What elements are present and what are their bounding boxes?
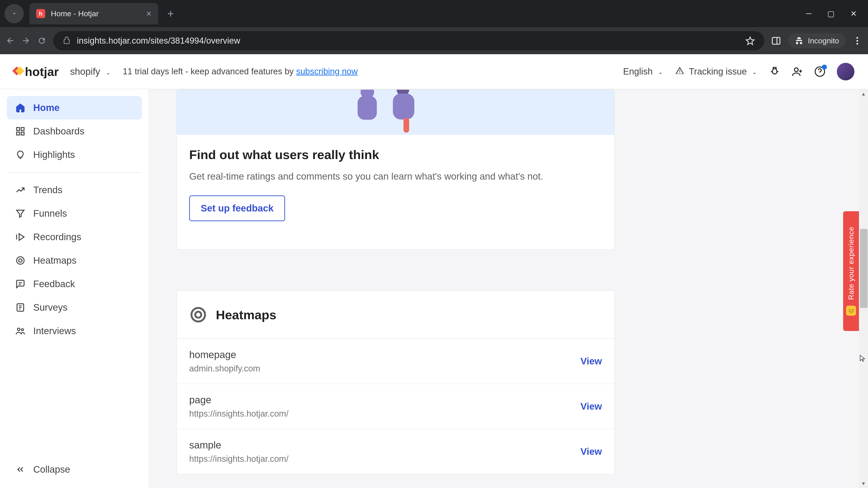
svg-point-15 bbox=[22, 329, 24, 331]
svg-point-12 bbox=[19, 259, 22, 262]
heatmap-row: sample https://insights.hotjar.com/ View bbox=[177, 429, 614, 474]
sidebar-item-surveys[interactable]: Surveys bbox=[7, 296, 142, 319]
site-settings-icon[interactable] bbox=[62, 36, 71, 45]
svg-point-14 bbox=[18, 328, 20, 330]
warning-icon bbox=[675, 66, 684, 77]
surveys-icon bbox=[16, 302, 25, 313]
url-field[interactable]: insights.hotjar.com/sites/3814994/overvi… bbox=[53, 31, 764, 51]
invite-user-icon[interactable] bbox=[792, 66, 803, 77]
sidebar-item-label: Home bbox=[33, 102, 60, 113]
sidebar-item-highlights[interactable]: Highlights bbox=[7, 143, 142, 166]
app-body: Home Dashboards Highlights Trends Funnel… bbox=[0, 89, 868, 488]
heatmaps-icon bbox=[16, 256, 25, 265]
sidebar-item-home[interactable]: Home bbox=[7, 96, 142, 120]
sidebar-item-funnels[interactable]: Funnels bbox=[7, 202, 142, 225]
svg-rect-7 bbox=[17, 128, 20, 131]
svg-point-4 bbox=[857, 43, 858, 44]
sidebar-item-label: Trends bbox=[33, 185, 62, 195]
browser-menu-icon[interactable] bbox=[852, 36, 862, 46]
browser-tab[interactable]: h Home - Hotjar × bbox=[29, 3, 158, 24]
tab-title: Home - Hotjar bbox=[51, 9, 99, 18]
heatmap-name: sample bbox=[189, 440, 288, 451]
app-root: hotjar shopify 11 trial days left - keep… bbox=[0, 54, 868, 488]
trial-text: 11 trial days left - keep advanced featu… bbox=[123, 67, 296, 76]
scrollbar[interactable]: ▴ ▾ bbox=[859, 89, 868, 488]
svg-point-17 bbox=[195, 312, 202, 318]
illustration-icon bbox=[348, 90, 443, 135]
help-icon[interactable] bbox=[814, 66, 826, 77]
sidebar-item-label: Interviews bbox=[33, 326, 76, 336]
sidebar-item-label: Surveys bbox=[33, 302, 68, 313]
sidebar-item-recordings[interactable]: Recordings bbox=[7, 225, 142, 249]
bookmark-icon[interactable] bbox=[745, 36, 755, 46]
svg-point-11 bbox=[17, 257, 24, 264]
feedback-subtitle: Get real-time ratings and comments so yo… bbox=[189, 171, 602, 182]
sidebar-item-label: Recordings bbox=[33, 232, 81, 242]
feedback-title: Find out what users really think bbox=[189, 147, 602, 162]
sidebar-item-dashboards[interactable]: Dashboards bbox=[7, 120, 142, 143]
heatmap-url: https://insights.hotjar.com/ bbox=[189, 454, 288, 464]
sidebar-item-trends[interactable]: Trends bbox=[7, 178, 142, 202]
app-topbar: hotjar shopify 11 trial days left - keep… bbox=[0, 54, 868, 89]
chevron-down-icon bbox=[105, 68, 112, 75]
sidebar-item-label: Dashboards bbox=[33, 126, 84, 137]
main-content[interactable]: Find out what users really think Get rea… bbox=[149, 89, 868, 488]
heatmap-name: page bbox=[189, 394, 288, 405]
sidebar-item-heatmaps[interactable]: Heatmaps bbox=[7, 249, 142, 272]
view-heatmap-link[interactable]: View bbox=[581, 356, 602, 367]
site-selector[interactable]: shopify bbox=[70, 66, 112, 77]
minimize-icon[interactable]: ─ bbox=[806, 9, 811, 18]
heatmap-row: page https://insights.hotjar.com/ View bbox=[177, 384, 614, 429]
feedback-hero bbox=[177, 90, 614, 135]
collapse-sidebar[interactable]: Collapse bbox=[7, 458, 142, 481]
trends-icon bbox=[16, 185, 25, 195]
close-tab-icon[interactable]: × bbox=[146, 8, 151, 19]
heatmap-url: admin.shopify.com bbox=[189, 364, 260, 373]
home-icon bbox=[16, 103, 25, 113]
tracking-status[interactable]: Tracking issue bbox=[675, 66, 758, 77]
sidebar-item-label: Funnels bbox=[33, 208, 67, 219]
heatmaps-card: Heatmaps homepage admin.shopify.com View… bbox=[176, 291, 615, 475]
back-button[interactable] bbox=[6, 36, 15, 45]
browser-address-bar: insights.hotjar.com/sites/3814994/overvi… bbox=[0, 27, 868, 54]
emoji-icon: 😊 bbox=[846, 306, 856, 316]
subscribe-link[interactable]: subscribing now bbox=[296, 67, 358, 76]
feedback-icon bbox=[16, 279, 25, 289]
chevron-down-icon bbox=[657, 68, 664, 75]
heatmaps-header: Heatmaps bbox=[177, 291, 614, 339]
rate-experience-tab[interactable]: Rate your experience 😊 bbox=[843, 211, 859, 331]
setup-feedback-button[interactable]: Set up feedback bbox=[189, 195, 285, 221]
browser-titlebar: h Home - Hotjar × + ─ ▢ ✕ bbox=[0, 0, 868, 27]
trial-banner: 11 trial days left - keep advanced featu… bbox=[123, 67, 358, 76]
new-tab-button[interactable]: + bbox=[167, 7, 174, 20]
side-panel-icon[interactable] bbox=[771, 36, 781, 46]
logo-mark-icon bbox=[13, 67, 22, 76]
close-window-icon[interactable]: ✕ bbox=[850, 9, 857, 18]
sidebar-item-interviews[interactable]: Interviews bbox=[7, 319, 142, 343]
logo[interactable]: hotjar bbox=[13, 65, 59, 78]
forward-button[interactable] bbox=[22, 36, 31, 45]
tab-search-dropdown[interactable] bbox=[4, 4, 24, 23]
sidebar-item-feedback[interactable]: Feedback bbox=[7, 272, 142, 296]
feedback-card: Find out what users really think Get rea… bbox=[176, 89, 615, 250]
svg-point-2 bbox=[857, 37, 858, 39]
svg-rect-9 bbox=[17, 132, 20, 135]
lightbulb-icon bbox=[16, 150, 25, 160]
svg-rect-10 bbox=[21, 132, 24, 135]
view-heatmap-link[interactable]: View bbox=[581, 401, 602, 412]
avatar[interactable] bbox=[837, 63, 855, 80]
svg-point-16 bbox=[191, 308, 205, 322]
reload-button[interactable] bbox=[37, 36, 46, 45]
notification-dot-icon bbox=[822, 65, 827, 70]
favicon-icon: h bbox=[36, 9, 45, 18]
maximize-icon[interactable]: ▢ bbox=[827, 9, 835, 18]
scrollbar-thumb[interactable] bbox=[860, 229, 868, 308]
scroll-up-icon[interactable]: ▴ bbox=[859, 89, 868, 98]
scroll-down-icon[interactable]: ▾ bbox=[859, 479, 868, 488]
heatmaps-icon bbox=[189, 306, 207, 324]
integrations-icon[interactable] bbox=[769, 66, 780, 77]
view-heatmap-link[interactable]: View bbox=[581, 446, 602, 457]
sidebar-item-label: Feedback bbox=[33, 279, 75, 289]
incognito-badge[interactable]: Incognito bbox=[788, 33, 845, 48]
language-selector[interactable]: English bbox=[623, 66, 663, 76]
